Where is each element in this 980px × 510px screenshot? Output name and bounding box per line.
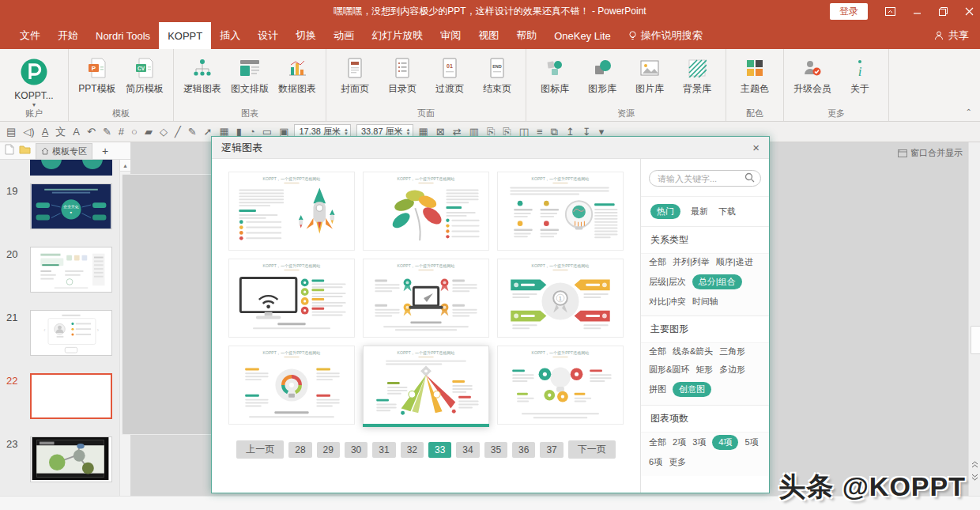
search-icon[interactable]	[744, 172, 755, 184]
menu-tab-11[interactable]: 帮助	[507, 22, 545, 49]
filter-option[interactable]: 5项	[744, 436, 758, 448]
template-thumbnail-leaves[interactable]: KOPPT，一个提升PPT逼格网站	[363, 172, 489, 251]
page-button-33[interactable]: 33	[428, 442, 451, 458]
filter-option[interactable]: 拼图	[649, 383, 666, 395]
dialog-close-icon[interactable]: ×	[752, 141, 760, 154]
minimize-icon[interactable]	[913, 7, 922, 16]
filter-option[interactable]: 全部	[649, 346, 666, 357]
slide-thumbnail-partial[interactable]	[30, 160, 112, 176]
ribbon-button-image-lib[interactable]: 图片库	[626, 53, 673, 96]
ribbon-button-toc-page[interactable]: 目录页	[379, 53, 426, 96]
format-painter-icon[interactable]: ↶	[87, 127, 96, 137]
ribbon-button-koppt-logo[interactable]: KOPPT...▾	[5, 53, 63, 107]
ribbon-button-about-info[interactable]: i关于	[836, 53, 884, 96]
filter-option[interactable]: 三角形	[719, 346, 745, 357]
template-thumbnail-rocket[interactable]: KOPPT，一个提升PPT逼格网站	[228, 172, 355, 251]
filter-option[interactable]: 全部	[649, 256, 666, 268]
ribbon-button-end-page[interactable]: END结束页	[473, 53, 521, 96]
ribbon-button-shape-lib[interactable]: 图形库	[579, 53, 626, 96]
filter-option[interactable]: 3项	[692, 436, 706, 448]
filter-option[interactable]: 2项	[673, 436, 686, 448]
ribbon-button-upgrade-member[interactable]: 升级会员	[789, 53, 836, 96]
slide-thumbnail-20[interactable]	[30, 247, 112, 293]
page-button-32[interactable]: 32	[401, 442, 424, 458]
page-button-37[interactable]: 37	[540, 442, 563, 458]
filter-option[interactable]: 4项	[712, 435, 738, 450]
menu-tab-9[interactable]: 审阅	[432, 22, 469, 49]
collapse-ribbon-icon[interactable]: ⌃	[966, 108, 972, 116]
filter-option[interactable]: 顺序|递进	[716, 256, 753, 268]
page-prev-button[interactable]: 上一页	[236, 440, 284, 459]
panel-scrollbar[interactable]: ▲	[119, 160, 130, 496]
menu-tab-4[interactable]: 插入	[211, 22, 249, 49]
template-thumbnail-medal-banners[interactable]: KOPPT，一个提升PPT逼格网站1	[497, 259, 624, 338]
add-tab-button[interactable]: +	[97, 145, 113, 157]
line-icon[interactable]: ╱	[175, 127, 181, 137]
sort-option[interactable]: 最新	[691, 206, 708, 217]
ribbon-display-options-icon[interactable]	[885, 7, 895, 16]
pen-icon[interactable]: ✎	[188, 127, 197, 137]
slide-thumbnail-22[interactable]	[30, 373, 112, 419]
previous-slide-icon[interactable]	[969, 459, 980, 470]
template-thumbnail-triangle-beams[interactable]: KOPPT，一个提升PPT逼格网站	[363, 346, 489, 425]
login-button[interactable]: 登录	[830, 3, 868, 20]
oval-icon[interactable]: ○	[131, 127, 138, 137]
filter-option[interactable]: 线条&箭头	[673, 346, 713, 357]
new-file-icon[interactable]	[5, 144, 14, 157]
merge-shapes-icon[interactable]: #	[119, 127, 124, 137]
menu-tab-7[interactable]: 动画	[325, 22, 363, 49]
template-thumbnail-bulb-ring[interactable]: KOPPT，一个提升PPT逼格网站	[228, 346, 355, 425]
ribbon-button-cv-doc[interactable]: CV简历模板	[121, 53, 168, 96]
template-thumbnail-bulb-dots[interactable]: KOPPT，一个提升PPT逼格网站	[497, 346, 624, 425]
close-icon[interactable]	[965, 7, 974, 16]
filter-option[interactable]: 全部	[649, 436, 666, 448]
scroll-up-icon[interactable]: ▲	[120, 160, 130, 172]
document-scrollbar[interactable]	[968, 142, 980, 496]
print-icon[interactable]: ▤	[6, 127, 16, 137]
filter-option[interactable]: 多边形	[719, 364, 745, 376]
font-icon[interactable]: A	[73, 127, 80, 137]
page-button-31[interactable]: 31	[372, 442, 395, 458]
page-button-35[interactable]: 35	[484, 442, 507, 458]
filter-option[interactable]: 圆形&圆环	[649, 364, 689, 376]
ribbon-button-background-lib[interactable]: 背景库	[673, 53, 721, 96]
ribbon-button-data-chart[interactable]: 数据图表	[273, 53, 321, 96]
next-slide-icon[interactable]	[969, 471, 980, 483]
tab-template-zone[interactable]: 模板专区	[36, 143, 92, 159]
page-button-30[interactable]: 30	[345, 442, 368, 458]
menu-tab-13[interactable]: 操作说明搜索	[620, 22, 711, 49]
template-thumbnail-bulb-brain[interactable]: KOPPT，一个提升PPT逼格网站	[497, 172, 624, 251]
scrollbar-thumb[interactable]	[971, 326, 980, 354]
filter-option[interactable]: 时间轴	[692, 296, 718, 308]
menu-tab-2[interactable]: Nordri Tools	[87, 22, 159, 49]
page-button-28[interactable]: 28	[288, 442, 311, 458]
menu-tab-5[interactable]: 设计	[249, 22, 287, 49]
ribbon-button-text-layout[interactable]: 图文排版	[226, 53, 273, 96]
slide-thumbnail-19[interactable]: 企业文化●	[30, 183, 112, 229]
ribbon-button-logic-chart[interactable]: 逻辑图表	[179, 53, 226, 96]
filter-option[interactable]: 创意图	[673, 382, 711, 397]
share-button[interactable]: 共享	[934, 22, 969, 49]
filter-option[interactable]: 6项	[649, 456, 662, 468]
menu-tab-1[interactable]: 开始	[49, 22, 87, 49]
menu-tab-10[interactable]: 视图	[469, 22, 507, 49]
menu-tab-koppt[interactable]: KOPPT	[159, 22, 211, 49]
filter-option[interactable]: 层级|层次	[649, 276, 686, 288]
horizontal-text-box-icon[interactable]: A̲	[42, 127, 49, 137]
sort-option[interactable]: 下载	[718, 206, 736, 217]
sort-option[interactable]: 热门	[650, 204, 680, 219]
speaker-icon[interactable]: ◁)	[23, 127, 34, 137]
eyedropper-icon[interactable]: ✎	[103, 127, 111, 137]
ribbon-button-ppt-doc[interactable]: PPPT模板	[74, 53, 121, 96]
filter-option[interactable]: 矩形	[695, 364, 713, 376]
slide-thumbnail-21[interactable]: ‹›	[30, 310, 112, 356]
ribbon-button-cover-page[interactable]: 封面页	[331, 53, 379, 96]
page-button-36[interactable]: 36	[512, 442, 535, 458]
page-button-29[interactable]: 29	[317, 442, 340, 458]
ribbon-button-theme-color[interactable]: 主题色	[731, 53, 778, 96]
shape-outline-icon[interactable]: ◇	[160, 127, 168, 137]
template-thumbnail-laptop-plane[interactable]: KOPPT，一个提升PPT逼格网站	[363, 259, 489, 338]
merge-display-toggle[interactable]: 窗口合并显示	[898, 147, 963, 159]
filter-option[interactable]: 并列|列举	[673, 256, 710, 268]
filter-option[interactable]: 总分|组合	[692, 274, 742, 289]
